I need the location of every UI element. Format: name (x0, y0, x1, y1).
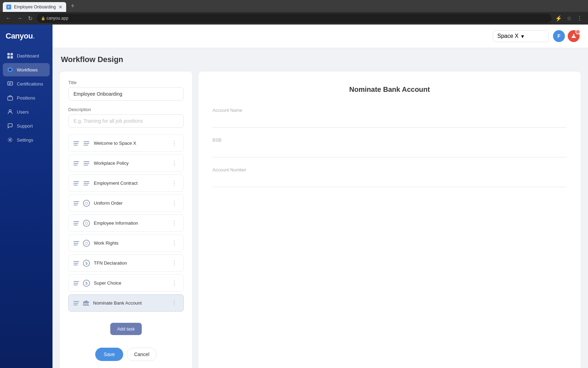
svg-point-12 (9, 139, 11, 141)
task-menu-button-workplace[interactable]: ⋮ (170, 159, 178, 167)
task-label-work-rights: Work Rights (94, 240, 167, 246)
bank-form-title: Nominate Bank Account (212, 86, 567, 94)
workspace-name: Space X (497, 33, 518, 39)
notification-wrapper: 0 (568, 30, 580, 42)
sidebar-item-dashboard[interactable]: Dashboard (3, 49, 50, 62)
task-icon-circle (83, 239, 90, 247)
drag-handle-icon (74, 181, 79, 185)
address-text: canyou.app (47, 16, 68, 21)
users-icon (7, 109, 13, 115)
task-menu-button-tfn[interactable]: ⋮ (170, 259, 178, 267)
task-icon-lines (83, 179, 90, 187)
svg-rect-3 (7, 56, 10, 59)
svg-rect-1 (7, 53, 10, 55)
task-item-welcome[interactable]: Welcome to Space X ⋮ (68, 135, 184, 152)
title-input[interactable] (68, 87, 184, 101)
extensions-icon[interactable]: ⚡ (554, 14, 563, 22)
task-item-employee-info[interactable]: Employee Information ⋮ (68, 214, 184, 232)
sidebar-label-workflows: Workflows (17, 67, 38, 73)
task-icon-lines (83, 139, 90, 147)
sidebar-item-support[interactable]: Support (3, 119, 50, 132)
task-label-contract: Employment Contract (94, 180, 167, 186)
bsb-input[interactable] (212, 145, 567, 157)
task-item-work-rights[interactable]: Work Rights ⋮ (68, 234, 184, 252)
task-label-bank: Nominate Bank Account (93, 300, 167, 306)
bsb-label: BSB (212, 137, 567, 143)
svg-rect-10 (8, 97, 13, 100)
task-menu-button-uniform[interactable]: ⋮ (170, 199, 178, 207)
description-field-group: Description (68, 107, 184, 128)
browser-action-icons: ⚡ ☆ ⋮ (554, 14, 584, 22)
description-input[interactable] (68, 114, 184, 128)
settings-icon (7, 137, 13, 143)
sidebar-item-users[interactable]: Users (3, 105, 50, 118)
drag-handle-icon (74, 201, 79, 205)
sidebar-item-positions[interactable]: Positions (3, 91, 50, 104)
workflow-container: Title Description (52, 64, 588, 368)
forward-button[interactable]: → (15, 14, 24, 23)
add-task-button[interactable]: Add task (110, 323, 142, 335)
bank-account-form-panel: Nominate Bank Account Account Name BSB A… (198, 71, 581, 368)
certifications-icon (7, 81, 13, 87)
svg-rect-27 (86, 303, 87, 305)
task-menu-button-super[interactable]: ⋮ (170, 279, 178, 287)
workspace-selector[interactable]: Space X ▾ (493, 30, 549, 42)
drag-handle-icon (74, 161, 79, 165)
sidebar-label-dashboard: Dashboard (17, 53, 39, 59)
save-button[interactable]: Save (95, 348, 123, 361)
tab-close-button[interactable]: ✕ (58, 4, 63, 10)
cancel-button[interactable]: Cancel (127, 348, 157, 361)
svg-rect-4 (10, 56, 13, 59)
sidebar-item-settings[interactable]: Settings (3, 133, 50, 146)
task-label-uniform: Uniform Order (94, 200, 167, 206)
account-number-input[interactable] (212, 175, 567, 187)
sidebar-label-settings: Settings (17, 137, 33, 143)
task-menu-button-work-rights[interactable]: ⋮ (170, 239, 178, 247)
task-icon-circle (83, 199, 90, 207)
account-number-field: Account Number (212, 167, 567, 187)
form-action-buttons: Save Cancel (68, 342, 184, 361)
svg-rect-7 (8, 82, 13, 85)
browser-tab-active[interactable]: Employee Onboarding ✕ (3, 2, 66, 12)
task-list: Welcome to Space X ⋮ (68, 135, 184, 312)
notification-count: 0 (577, 30, 579, 34)
new-tab-button[interactable]: + (68, 1, 77, 11)
back-button[interactable]: ← (4, 14, 13, 23)
browser-settings-icon[interactable]: ⋮ (575, 14, 584, 22)
address-bar[interactable]: 🔒 canyou.app (37, 14, 552, 23)
account-name-input[interactable] (212, 116, 567, 128)
task-item-uniform[interactable]: Uniform Order ⋮ (68, 195, 184, 212)
task-item-workplace[interactable]: Workplace Policy ⋮ (68, 155, 184, 172)
reload-button[interactable]: ↻ (27, 14, 34, 23)
drag-handle-icon (74, 221, 79, 225)
task-menu-button-bank[interactable]: ⋮ (170, 299, 178, 307)
sidebar-item-workflows[interactable]: Workflows (3, 63, 50, 76)
sidebar-item-certifications[interactable]: Certifications (3, 77, 50, 90)
task-label-super: Super Choice (94, 280, 167, 286)
task-icon-bank (83, 300, 90, 307)
svg-rect-24 (83, 305, 89, 306)
task-menu-button-employee-info[interactable]: ⋮ (170, 219, 178, 227)
workflow-left-panel: Title Description (59, 71, 192, 368)
drag-handle-icon (74, 261, 79, 265)
drag-handle-icon (74, 241, 79, 245)
task-item-contract[interactable]: Employment Contract ⋮ (68, 175, 184, 192)
task-item-bank[interactable]: Nominate Bank Account ⋮ (68, 294, 184, 312)
sidebar-label-support: Support (17, 123, 33, 129)
task-label-welcome: Welcome to Space X (94, 141, 167, 146)
user-avatar[interactable]: F (553, 30, 565, 42)
workflow-form-panel: Title Description (59, 71, 192, 368)
bookmark-icon[interactable]: ☆ (565, 14, 573, 22)
svg-rect-28 (88, 303, 88, 305)
browser-chrome: Employee Onboarding ✕ + ← → ↻ 🔒 canyou.a… (0, 0, 588, 25)
task-menu-button-welcome[interactable]: ⋮ (170, 139, 178, 147)
app-layout: Canyou. Dashboard (0, 25, 588, 368)
title-label: Title (68, 80, 184, 85)
avatar-letter: F (558, 33, 561, 39)
task-item-super[interactable]: $ Super Choice ⋮ (68, 274, 184, 292)
logo-name: Canyou (6, 32, 33, 40)
svg-rect-2 (10, 53, 13, 55)
svg-rect-23 (83, 302, 89, 303)
task-item-tfn[interactable]: $ TFN Declaration ⋮ (68, 254, 184, 272)
task-menu-button-contract[interactable]: ⋮ (170, 179, 178, 187)
